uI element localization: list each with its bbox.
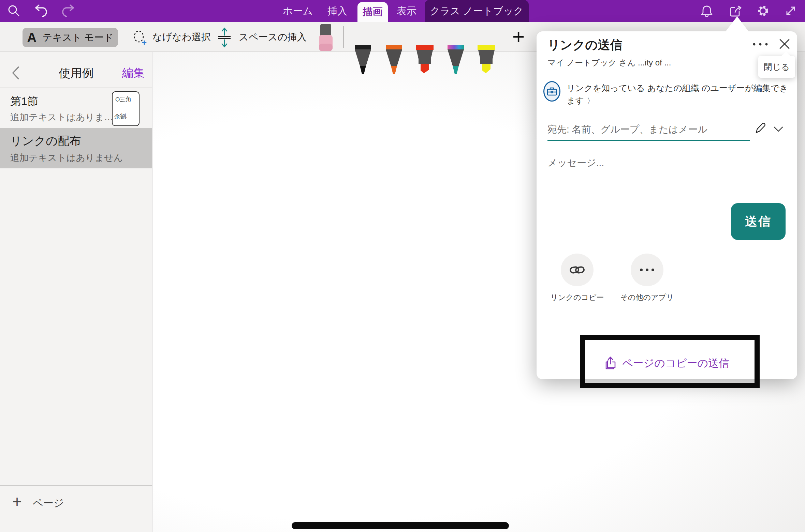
galaxy-pen-icon[interactable] bbox=[446, 45, 465, 74]
pencil-edit-icon[interactable] bbox=[753, 121, 766, 135]
fullscreen-expand-icon[interactable] bbox=[784, 3, 797, 18]
tab-home[interactable]: ホーム bbox=[280, 0, 316, 22]
text-mode-button[interactable]: A テキスト モード bbox=[23, 28, 118, 47]
tab-insert[interactable]: 挿入 bbox=[324, 0, 350, 22]
page-title: リンクの配布 bbox=[10, 133, 81, 149]
plus-icon: + bbox=[12, 492, 22, 511]
edit-pages-button[interactable]: 編集 bbox=[122, 65, 145, 81]
redo-icon[interactable] bbox=[61, 3, 76, 18]
undo-icon[interactable] bbox=[33, 3, 48, 18]
permission-briefcase-icon[interactable] bbox=[543, 81, 560, 102]
input-underline bbox=[547, 140, 750, 141]
recipient-input[interactable] bbox=[547, 122, 738, 137]
onenote-app: ホーム 挿入 描画 表示 クラス ノートブック bbox=[0, 0, 805, 532]
page-list-item-selected[interactable]: リンクの配布 追加テキストはありません bbox=[0, 128, 152, 168]
link-icon bbox=[569, 264, 585, 276]
settings-gear-icon[interactable] bbox=[756, 3, 770, 18]
more-apps-label: その他のアプリ bbox=[613, 292, 681, 303]
black-pen-icon[interactable] bbox=[353, 45, 372, 74]
page-list-sidebar: 使用例 編集 第1節 追加テキストはありま… O三角 余割. リンクの配布 追加… bbox=[0, 52, 152, 532]
page-subtitle: 追加テキストはありま… bbox=[10, 111, 113, 123]
orange-pen-icon[interactable] bbox=[384, 45, 404, 74]
copy-link-button[interactable] bbox=[561, 254, 594, 286]
send-page-copy-label: ページのコピーの送信 bbox=[622, 356, 729, 370]
tab-view[interactable]: 表示 bbox=[394, 0, 420, 22]
add-page-button[interactable]: + ページ bbox=[0, 491, 152, 515]
close-tooltip: 閉じる bbox=[758, 56, 795, 78]
page-subtitle: 追加テキストはありません bbox=[10, 152, 123, 164]
more-options-icon[interactable] bbox=[752, 42, 769, 46]
page-title: 第1節 bbox=[10, 94, 38, 109]
search-icon[interactable] bbox=[6, 3, 21, 18]
page-thumbnail[interactable]: O三角 余割. bbox=[112, 91, 140, 126]
message-input[interactable] bbox=[547, 155, 725, 170]
text-mode-label: テキスト モード bbox=[43, 31, 114, 44]
ellipsis-icon bbox=[640, 268, 655, 272]
yellow-highlighter-icon[interactable] bbox=[477, 45, 496, 74]
link-permission-setting[interactable]: リンクを知っている あなたの組織 のユーザーが編集できます〉 bbox=[567, 82, 789, 107]
lasso-select-label[interactable]: なげなわ選択 bbox=[152, 22, 211, 52]
add-pen-button[interactable]: + bbox=[508, 27, 529, 47]
top-app-bar: ホーム 挿入 描画 表示 クラス ノートブック bbox=[0, 0, 805, 22]
tab-draw[interactable]: 描画 bbox=[357, 2, 388, 22]
chevron-down-icon[interactable] bbox=[773, 126, 784, 132]
text-mode-a-icon: A bbox=[27, 30, 36, 45]
share-page-icon bbox=[604, 356, 617, 370]
eraser-tool-icon[interactable] bbox=[316, 24, 335, 52]
notebook-subtitle: マイ ノートブック さん ...ity of ... bbox=[547, 57, 671, 68]
send-button[interactable]: 送信 bbox=[731, 203, 786, 240]
send-link-dialog: リンクの送信 マイ ノートブック さん ...ity of ... bbox=[537, 31, 797, 379]
more-apps-button[interactable] bbox=[631, 254, 663, 286]
thumbnail-handwriting: 余割. bbox=[114, 112, 128, 120]
send-page-copy-button[interactable]: ページのコピーの送信 bbox=[537, 351, 797, 376]
toolbar-divider bbox=[343, 26, 344, 48]
dialog-callout-arrow bbox=[725, 16, 749, 32]
chevron-right-icon: 〉 bbox=[587, 96, 595, 105]
red-marker-icon[interactable] bbox=[415, 45, 434, 74]
add-page-label: ページ bbox=[33, 496, 64, 510]
lasso-select-icon[interactable] bbox=[131, 30, 148, 46]
permission-text: リンクを知っている あなたの組織 のユーザーが編集できます bbox=[567, 83, 788, 105]
tooltip-label: 閉じる bbox=[764, 61, 790, 73]
dialog-title: リンクの送信 bbox=[547, 37, 622, 54]
notifications-bell-icon[interactable] bbox=[700, 3, 714, 18]
divider bbox=[0, 168, 152, 168]
close-icon[interactable] bbox=[778, 37, 791, 50]
divider bbox=[0, 485, 152, 486]
insert-space-icon[interactable] bbox=[216, 28, 233, 47]
copy-link-label: リンクのコピー bbox=[543, 292, 611, 303]
insert-space-label[interactable]: スペースの挿入 bbox=[239, 22, 307, 52]
thumbnail-handwriting: O三角 bbox=[115, 95, 132, 104]
home-indicator-bar[interactable] bbox=[292, 522, 509, 529]
tab-class-notebook[interactable]: クラス ノートブック bbox=[425, 0, 529, 22]
